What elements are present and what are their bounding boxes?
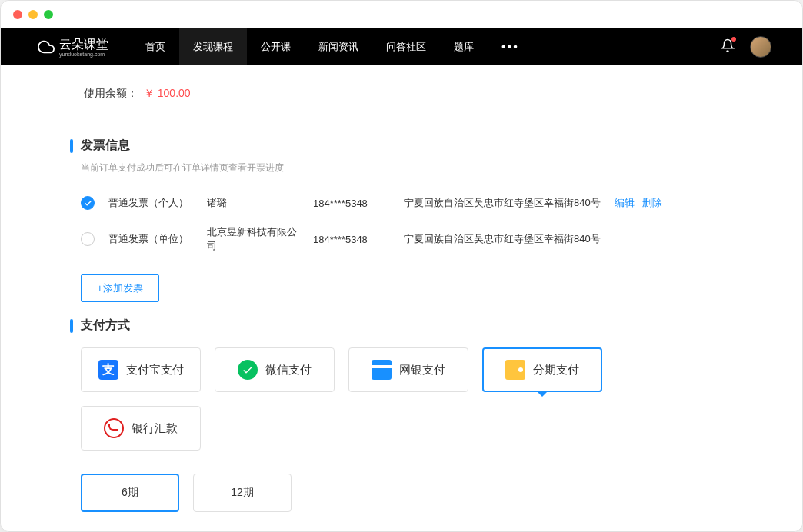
invoice-row: 普通发票（个人）诸璐184****5348宁夏回族自治区吴忠市红寺堡区幸福街84… [81,188,733,218]
wallet-icon [505,360,525,380]
user-avatar[interactable] [750,36,771,58]
invoice-section: 发票信息 当前订单支付成功后可在订单详情页查看开票进度 普通发票（个人）诸璐18… [70,138,733,302]
bank-icon [372,360,392,380]
nav-items: 首页发现课程公开课新闻资讯问答社区题库 [132,28,488,65]
alipay-icon: 支 [98,360,118,380]
invoice-name: 诸璐 [207,196,299,210]
payment-method-label: 网银支付 [399,363,445,377]
delete-link[interactable]: 删除 [642,196,662,210]
close-window-button[interactable] [13,10,22,19]
invoice-type: 普通发票（个人） [108,196,193,210]
notification-dot [731,37,736,42]
payment-method-card[interactable]: 网银支付 [348,347,468,392]
cloud-icon [38,38,55,55]
invoice-actions: 编辑删除 [615,196,662,210]
nav-item[interactable]: 首页 [132,28,179,65]
remit-icon [104,418,124,438]
payment-title: 支付方式 [81,318,130,334]
app-window: 云朵课堂 yunduoketang.com 首页发现课程公开课新闻资讯问答社区题… [0,0,803,532]
nav-item[interactable]: 题库 [440,28,488,65]
installment-card[interactable]: 6期 [81,474,179,512]
payment-section: 支付方式 支支付宝支付微信支付网银支付分期支付银行汇款 6期12期 支付宝个人转… [70,318,733,531]
nav-item[interactable]: 问答社区 [372,28,440,65]
invoice-list: 普通发票（个人）诸璐184****5348宁夏回族自治区吴忠市红寺堡区幸福街84… [70,188,733,261]
nav-item[interactable]: 新闻资讯 [305,28,372,65]
invoice-radio[interactable] [81,196,95,210]
section-bar-icon [70,139,73,153]
payment-method-card[interactable]: 分期支付 [482,347,602,392]
wechat-icon [238,360,258,380]
edit-link[interactable]: 编辑 [615,196,635,210]
invoice-type: 普通发票（单位） [108,232,193,246]
invoice-phone: 184****5348 [313,198,390,209]
brand-name: 云朵课堂 [59,38,108,51]
nav-right [721,36,771,58]
invoice-name: 北京昱新科技有限公司 [207,225,299,253]
invoice-address: 宁夏回族自治区吴忠市红寺堡区幸福街840号 [404,232,601,246]
section-bar-icon [70,319,73,333]
maximize-window-button[interactable] [44,10,53,19]
payment-methods: 支支付宝支付微信支付网银支付分期支付银行汇款 [70,347,733,451]
installment-card[interactable]: 12期 [193,474,292,512]
payment-method-card[interactable]: 银行汇款 [81,406,201,451]
nav-item[interactable]: 公开课 [247,28,305,65]
balance-value: ￥ 100.00 [144,87,191,99]
nav-item[interactable]: 发现课程 [179,28,247,65]
invoice-phone: 184****5348 [313,234,390,245]
add-invoice-button[interactable]: +添加发票 [81,274,159,302]
invoice-radio[interactable] [81,232,95,246]
top-nav: 云朵课堂 yunduoketang.com 首页发现课程公开课新闻资讯问答社区题… [1,28,802,65]
payment-method-card[interactable]: 支支付宝支付 [81,347,201,392]
balance-label: 使用余额： [84,87,138,99]
payment-method-label: 银行汇款 [132,421,178,436]
payment-method-label: 微信支付 [265,363,312,377]
brand-logo[interactable]: 云朵课堂 yunduoketang.com [38,37,108,57]
payment-method-label: 分期支付 [533,363,579,377]
nav-more-button[interactable]: ••• [488,40,533,54]
balance-row: 使用余额： ￥ 100.00 [70,65,733,122]
minimize-window-button[interactable] [28,10,38,19]
notifications-button[interactable] [721,38,735,55]
invoice-subtitle: 当前订单支付成功后可在订单详情页查看开票进度 [81,161,733,175]
payment-method-card[interactable]: 微信支付 [215,347,335,392]
invoice-header: 发票信息 [70,138,733,154]
installment-options: 6期12期 [70,474,733,512]
invoice-address: 宁夏回族自治区吴忠市红寺堡区幸福街840号 [404,196,601,210]
invoice-row: 普通发票（单位）北京昱新科技有限公司184****5348宁夏回族自治区吴忠市红… [81,218,733,261]
brand-sub: yunduoketang.com [59,52,108,57]
payment-header: 支付方式 [70,318,733,334]
titlebar [1,1,802,28]
invoice-title: 发票信息 [81,138,130,154]
main-content: 使用余额： ￥ 100.00 发票信息 当前订单支付成功后可在订单详情页查看开票… [1,65,802,531]
payment-method-label: 支付宝支付 [126,363,184,377]
